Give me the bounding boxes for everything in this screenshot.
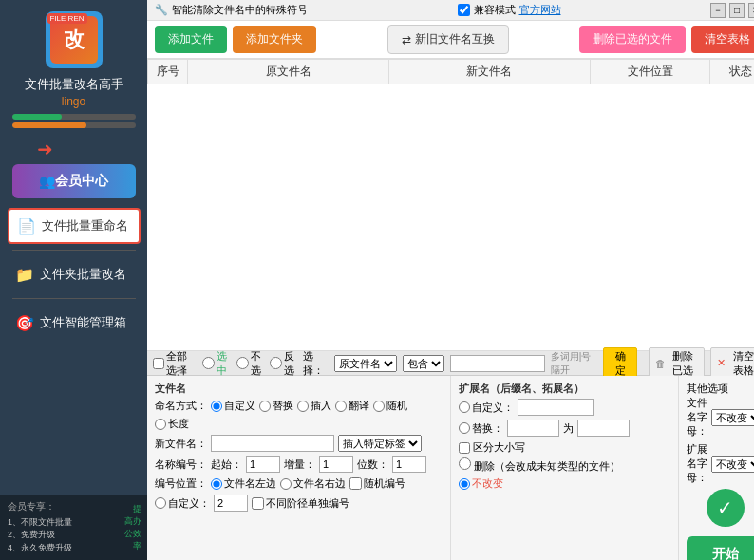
- swap-names-button[interactable]: ⇄ 新旧文件名互换: [387, 25, 509, 54]
- ext-replace-radio[interactable]: [459, 422, 470, 434]
- ext-custom-radio[interactable]: [459, 401, 470, 413]
- pos-custom-radio[interactable]: [155, 497, 166, 509]
- select-radio[interactable]: [202, 357, 215, 369]
- add-folder-button[interactable]: 添加文件夹: [233, 26, 316, 53]
- ext-char-row: 扩展名字母： 不改变: [687, 442, 754, 485]
- mode-replace-radio[interactable]: [259, 401, 271, 412]
- bottom-right: 提 高办 公效 率: [124, 503, 141, 552]
- char-label: 文件名字母：: [687, 396, 707, 439]
- ext-delete-radio[interactable]: [459, 457, 471, 470]
- digits-input[interactable]: [392, 456, 426, 473]
- mode-translate-label[interactable]: 翻译: [335, 399, 369, 413]
- mode-custom-label[interactable]: 自定义: [211, 399, 255, 413]
- del-icon: 🗑: [655, 358, 666, 369]
- ext-custom-label[interactable]: 自定义：: [459, 401, 514, 415]
- deselect-radio[interactable]: [236, 357, 249, 369]
- contain-select[interactable]: 包含: [403, 355, 444, 372]
- app-title: 文件批量改名高手: [25, 76, 123, 93]
- insert-special-select[interactable]: 插入特定标签: [338, 435, 422, 452]
- custom-pos-row: 自定义： 不同阶径单独编号: [155, 495, 443, 512]
- custom-pos-input[interactable]: [214, 495, 248, 512]
- select-text: 选中: [217, 349, 230, 378]
- choose-select[interactable]: 原文件名: [334, 355, 397, 372]
- invert-radio[interactable]: [270, 357, 282, 369]
- del-done-button[interactable]: 🗑 删除已选: [649, 347, 705, 380]
- step-label: 增量：: [284, 457, 315, 472]
- clear-table-button[interactable]: 清空表格: [691, 26, 754, 53]
- ext-delete-label[interactable]: 删除（会改成未知类型的文件）: [459, 457, 620, 474]
- compat-mode-checkbox[interactable]: [458, 4, 470, 16]
- step-input[interactable]: [319, 456, 353, 473]
- ext-replace-to-input[interactable]: [577, 420, 630, 437]
- number-label: 名称编号：: [155, 457, 207, 472]
- sidebar: 改 FILE REN 文件批量改名高手 lingo ➜ 👥 会员中心 📄 文件批…: [0, 0, 147, 560]
- sidebar-item-rename-label: 文件批量重命名: [42, 217, 128, 234]
- select-label[interactable]: 选中: [202, 349, 230, 378]
- bottom-title: 会员专享：: [8, 500, 140, 513]
- mode-random-radio[interactable]: [373, 401, 385, 412]
- confirm-button[interactable]: 确定: [603, 347, 637, 380]
- filter-input[interactable]: [450, 355, 545, 372]
- ext-replace-label[interactable]: 替换：: [459, 421, 503, 436]
- not-same-line-label[interactable]: 不同阶径单独编号: [252, 496, 349, 511]
- col-header-seq: 序号: [148, 60, 188, 84]
- rename-icon: 📄: [17, 217, 36, 235]
- panel-right-title: 其他选项: [687, 382, 754, 396]
- mode-length-label[interactable]: 长度: [155, 417, 189, 431]
- official-site-link[interactable]: 官方网站: [519, 3, 561, 17]
- member-center-button[interactable]: 👥 会员中心: [12, 164, 136, 198]
- all-select-checkbox[interactable]: [153, 358, 164, 369]
- member-label: 会员中心: [55, 173, 108, 190]
- pos-right-radio[interactable]: [280, 478, 292, 490]
- sidebar-item-manager[interactable]: 🎯 文件智能管理箱: [8, 305, 141, 341]
- options-row: 文件名 命名方式： 自定义 替换 插入 翻译 随机 长度 新文件名： 插入特定标…: [147, 376, 754, 560]
- start-rename-button[interactable]: 开始改名: [687, 536, 754, 560]
- ext-nochange-row: 不改变: [459, 476, 670, 491]
- sidebar-item-folder[interactable]: 📁 文件夹批量改名: [8, 256, 141, 292]
- mode-insert-label[interactable]: 插入: [297, 399, 331, 413]
- mode-random-label[interactable]: 随机: [373, 399, 407, 413]
- pos-right-label[interactable]: 文件名右边: [280, 476, 346, 491]
- start-input[interactable]: [246, 456, 280, 473]
- minimize-button[interactable]: －: [710, 3, 726, 18]
- start-area: ✓ 开始改名 CSDN @nlyling: [687, 489, 754, 560]
- close-button[interactable]: ✕: [748, 3, 754, 18]
- pos-random-label[interactable]: 随机编号: [349, 476, 405, 491]
- mode-custom-radio[interactable]: [211, 401, 222, 412]
- maximize-button[interactable]: □: [729, 3, 745, 18]
- pos-left-radio[interactable]: [211, 478, 222, 490]
- mode-insert-radio[interactable]: [297, 401, 309, 412]
- invert-label[interactable]: 反选: [270, 349, 297, 378]
- delete-done-button[interactable]: 删除已选的文件: [579, 26, 686, 53]
- naming-mode-row: 命名方式： 自定义 替换 插入 翻译 随机 长度: [155, 399, 443, 431]
- case-checkbox[interactable]: [459, 442, 470, 454]
- mode-length-radio[interactable]: [155, 419, 166, 430]
- pos-left-label[interactable]: 文件名左边: [211, 476, 276, 491]
- ext-char-select[interactable]: 不改变: [711, 456, 754, 473]
- ext-custom-input[interactable]: [518, 399, 594, 416]
- ext-nochange-label[interactable]: 不改变: [459, 476, 503, 491]
- not-same-line-checkbox[interactable]: [252, 497, 264, 510]
- pos-random-checkbox[interactable]: [349, 477, 362, 490]
- choose-label-text: 选择：: [303, 349, 328, 378]
- new-name-input[interactable]: [211, 435, 334, 452]
- manager-icon: 🎯: [15, 314, 34, 332]
- all-select-label[interactable]: 全部选择: [153, 349, 197, 378]
- deselect-text: 不选: [251, 349, 264, 378]
- invert-text: 反选: [284, 349, 297, 378]
- wrench-icon: 🔧: [155, 4, 168, 16]
- deselect-label[interactable]: 不选: [236, 349, 264, 378]
- ext-replace-from-input[interactable]: [507, 420, 559, 437]
- pos-custom-label[interactable]: 自定义：: [155, 496, 210, 511]
- add-file-button[interactable]: 添加文件: [155, 26, 227, 53]
- mode-translate-radio[interactable]: [335, 401, 347, 412]
- char-row: 文件名字母： 不改变: [687, 396, 754, 439]
- case-row: 区分大小写: [459, 440, 670, 455]
- mode-replace-label[interactable]: 替换: [259, 399, 293, 413]
- char-select[interactable]: 不改变: [711, 409, 754, 426]
- ext-nochange-radio[interactable]: [459, 478, 470, 490]
- main-content: 🔧 智能清除文件名中的特殊符号 兼容模式 官方网站 － □ ✕ 添加文件 添加文…: [147, 0, 754, 560]
- clear-table-bar-button[interactable]: ✕ 清空表格: [710, 347, 754, 380]
- sidebar-item-rename[interactable]: 📄 文件批量重命名: [8, 208, 141, 244]
- swap-icon: ⇄: [402, 33, 411, 47]
